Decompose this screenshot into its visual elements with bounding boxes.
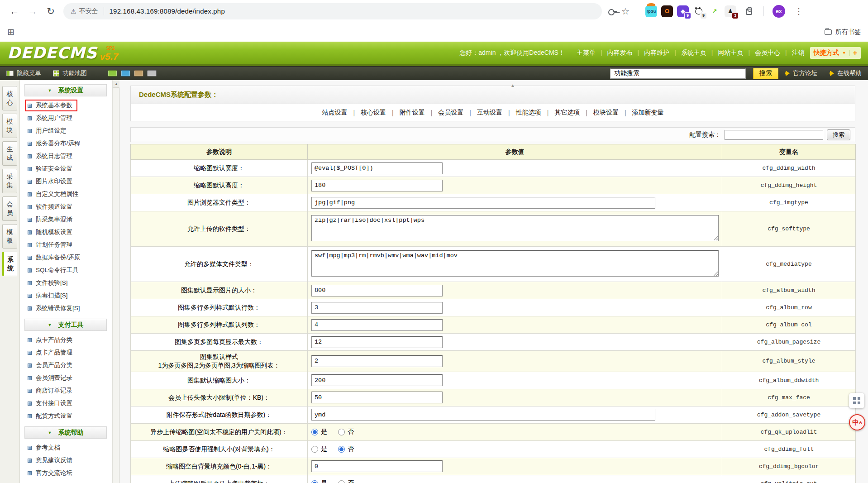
theme-swatch-1[interactable]: [121, 70, 130, 77]
apps-grid-icon[interactable]: ⊞: [7, 27, 14, 37]
sidebar-item-数据库备份/还原[interactable]: 数据库备份/还原: [20, 251, 112, 264]
param-input-cfg_ddimg_bgcolor[interactable]: [311, 460, 443, 472]
purple-9-extension-icon[interactable]: ◆9: [677, 5, 689, 17]
radio-option-是[interactable]: 是: [311, 445, 327, 453]
sidebar-item-系统错误修复[S][interactable]: 系统错误修复[S]: [20, 302, 112, 315]
radio-option-否[interactable]: 否: [338, 445, 354, 453]
config-tab-添加新变量[interactable]: 添加新变量: [632, 109, 664, 117]
param-input-cfg_album_width[interactable]: [311, 285, 443, 296]
radio-checked-icon[interactable]: [311, 429, 318, 435]
frame-scroll-up-icon[interactable]: ▲: [510, 83, 515, 88]
radio-option-否[interactable]: 否: [338, 479, 354, 483]
dark-o-extension-icon[interactable]: O: [661, 5, 673, 17]
header-nav-系统主页[interactable]: 系统主页: [681, 49, 706, 56]
shortcut-button[interactable]: 快捷方式 ▼ +: [810, 47, 861, 59]
module-tab-模块[interactable]: 模块: [2, 114, 17, 138]
menu-section-系统帮助[interactable]: ▼系统帮助: [24, 426, 107, 439]
param-input-cfg_album_style[interactable]: [311, 355, 443, 367]
radio-option-是[interactable]: 是: [311, 479, 327, 483]
bookmark-star-icon[interactable]: ☆: [621, 6, 630, 17]
sidebar-item-系统用户管理[interactable]: 系统用户管理: [20, 112, 112, 124]
scroll-up-icon[interactable]: ▲: [113, 80, 120, 88]
config-tab-性能选项[interactable]: 性能选项: [516, 109, 541, 117]
sidebar-item-商店订单记录[interactable]: 商店订单记录: [20, 384, 112, 397]
sidebar-item-官方交流论坛[interactable]: 官方交流论坛: [20, 467, 112, 479]
theme-swatch-2[interactable]: [134, 70, 143, 77]
param-input-cfg_addon_savetype[interactable]: [311, 409, 655, 421]
extensions-puzzle-icon[interactable]: [745, 7, 753, 15]
param-input-cfg_album_pagesize[interactable]: [311, 336, 443, 348]
sidebar-item-配货方式设置[interactable]: 配货方式设置: [20, 410, 112, 422]
sidebar-item-随机模板设置[interactable]: 随机模板设置: [20, 226, 112, 239]
panda-extension-icon[interactable]: 9: [693, 5, 705, 17]
radio-checked-icon[interactable]: [338, 446, 345, 453]
green-arrow-extension-icon[interactable]: ↗: [709, 5, 720, 17]
config-tab-核心设置[interactable]: 核心设置: [361, 109, 386, 117]
radio-option-否[interactable]: 否: [338, 428, 354, 436]
radio-checked-icon[interactable]: [311, 480, 318, 483]
menu-section-支付工具[interactable]: ▼支付工具: [24, 319, 107, 331]
sidebar-item-防采集串混淆[interactable]: 防采集串混淆: [20, 213, 112, 226]
theme-swatch-0[interactable]: [108, 70, 117, 77]
theme-swatch-3[interactable]: [147, 70, 157, 77]
profile-avatar[interactable]: ex: [773, 5, 785, 18]
sidebar-item-病毒扫描[S][interactable]: 病毒扫描[S]: [20, 289, 112, 302]
module-tab-生成[interactable]: 生成: [2, 141, 17, 166]
sidebar-item-会员产品分类[interactable]: 会员产品分类: [20, 359, 112, 372]
param-input-cfg_album_col[interactable]: [311, 319, 443, 331]
module-tab-模板[interactable]: 模板: [2, 224, 17, 249]
sidebar-item-参考文档[interactable]: 参考文档: [20, 441, 112, 454]
security-chip[interactable]: ⚠ 不安全: [71, 7, 104, 15]
hide-menu-button[interactable]: 隐藏菜单: [6, 69, 41, 77]
config-search-button[interactable]: 搜索: [827, 129, 850, 140]
module-tab-会员[interactable]: 会员: [2, 196, 17, 221]
menu-section-系统设置[interactable]: ▼系统设置: [24, 84, 107, 96]
sidebar-item-点卡产品分类[interactable]: 点卡产品分类: [20, 334, 112, 346]
sidebar-item-图片水印设置[interactable]: 图片水印设置: [20, 175, 112, 188]
sidebar-item-文件校验[S][interactable]: 文件校验[S]: [20, 277, 112, 289]
agent-3-extension-icon[interactable]: ♟3: [725, 5, 736, 17]
param-input-cfg_ddimg_width[interactable]: [311, 163, 443, 174]
sidebar-scrollbar[interactable]: ▲: [112, 80, 119, 483]
param-input-cfg_imgtype[interactable]: [311, 197, 655, 209]
module-tab-采集[interactable]: 采集: [2, 169, 17, 193]
function-search-button[interactable]: 搜索: [753, 68, 778, 79]
sidebar-item-计划任务管理[interactable]: 计划任务管理: [20, 239, 112, 251]
sidebar-item-自定义文档属性[interactable]: 自定义文档属性: [20, 188, 112, 201]
header-nav-主菜单[interactable]: 主菜单: [577, 49, 596, 56]
sidebar-item-服务器分布/远程[interactable]: 服务器分布/远程: [20, 137, 112, 150]
sidebar-item-支付接口设置[interactable]: 支付接口设置: [20, 397, 112, 410]
radio-unchecked-icon[interactable]: [338, 480, 345, 483]
address-bar[interactable]: ⚠ 不安全 192.168.43.169:8089/dede/index.php: [63, 3, 602, 19]
sidebar-item-系统日志管理[interactable]: 系统日志管理: [20, 150, 112, 163]
header-nav-内容发布[interactable]: 内容发布: [607, 49, 633, 56]
header-nav-会员中心[interactable]: 会员中心: [755, 49, 780, 56]
config-search-input[interactable]: [725, 130, 823, 140]
radio-unchecked-icon[interactable]: [338, 429, 345, 435]
config-tab-会员设置[interactable]: 会员设置: [438, 109, 463, 117]
sidebar-item-验证安全设置[interactable]: 验证安全设置: [20, 163, 112, 175]
sidebar-item-系统基本参数[interactable]: 系统基本参数: [20, 99, 112, 112]
password-key-icon[interactable]: [608, 9, 617, 14]
param-input-cfg_ddimg_height[interactable]: [311, 180, 443, 191]
url-text[interactable]: 192.168.43.169:8089/dede/index.php: [110, 7, 225, 15]
sidebar-item-用户组设定[interactable]: 用户组设定: [20, 124, 112, 137]
param-textarea-cfg_softtype[interactable]: zip|gz|rar|iso|doc|xsl|ppt|wps: [311, 215, 719, 241]
header-nav-内容维护[interactable]: 内容维护: [644, 49, 669, 56]
param-textarea-cfg_mediatype[interactable]: swf|mpg|mp3|rm|rmvb|wmv|wma|wav|mid|mov: [311, 250, 719, 277]
radio-unchecked-icon[interactable]: [311, 446, 318, 453]
forward-icon[interactable]: →: [24, 2, 42, 20]
all-bookmarks-button[interactable]: 所有书签: [818, 28, 861, 36]
module-tab-系统[interactable]: 系统: [2, 252, 17, 276]
ime-indicator[interactable]: 中A: [849, 414, 865, 430]
toolbar-link-官方论坛[interactable]: 官方论坛: [786, 69, 817, 77]
param-input-cfg_album_row[interactable]: [311, 302, 443, 314]
radio-option-是[interactable]: 是: [311, 428, 327, 436]
reload-icon[interactable]: ↻: [42, 2, 60, 20]
config-tab-其它选项[interactable]: 其它选项: [554, 109, 580, 117]
sidebar-item-软件频道设置[interactable]: 软件频道设置: [20, 201, 112, 213]
sidebar-item-点卡产品管理[interactable]: 点卡产品管理: [20, 346, 112, 359]
add-shortcut-button[interactable]: +: [853, 49, 857, 57]
header-nav-网站主页[interactable]: 网站主页: [718, 49, 743, 56]
module-tab-核心[interactable]: 核心: [2, 86, 17, 110]
